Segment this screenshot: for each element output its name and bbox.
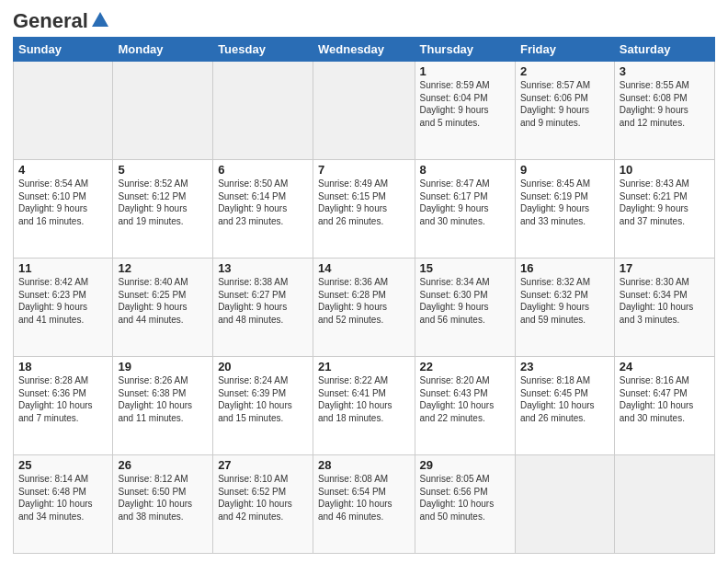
header-tuesday: Tuesday — [213, 38, 313, 62]
day-info: Sunrise: 8:45 AM Sunset: 6:19 PM Dayligh… — [520, 178, 609, 227]
calendar-cell: 12Sunrise: 8:40 AM Sunset: 6:25 PM Dayli… — [113, 259, 213, 357]
day-number: 21 — [318, 360, 410, 373]
calendar-cell: 23Sunrise: 8:18 AM Sunset: 6:45 PM Dayli… — [515, 357, 614, 455]
day-info: Sunrise: 8:34 AM Sunset: 6:30 PM Dayligh… — [420, 276, 510, 326]
day-number: 16 — [520, 261, 609, 275]
day-number: 12 — [118, 261, 208, 275]
day-number: 8 — [420, 163, 510, 177]
calendar-cell: 1Sunrise: 8:59 AM Sunset: 6:04 PM Daylig… — [415, 62, 515, 160]
calendar-table: Sunday Monday Tuesday Wednesday Thursday… — [13, 37, 715, 554]
day-info: Sunrise: 8:26 AM Sunset: 6:38 PM Dayligh… — [118, 374, 208, 424]
day-info: Sunrise: 8:59 AM Sunset: 6:04 PM Dayligh… — [420, 79, 510, 129]
day-number: 19 — [118, 360, 208, 373]
day-number: 6 — [218, 163, 308, 177]
day-info: Sunrise: 8:12 AM Sunset: 6:50 PM Dayligh… — [118, 473, 208, 523]
day-info: Sunrise: 8:16 AM Sunset: 6:47 PM Dayligh… — [620, 374, 710, 424]
calendar-cell — [213, 62, 313, 160]
calendar-cell: 14Sunrise: 8:36 AM Sunset: 6:28 PM Dayli… — [313, 259, 415, 357]
day-number: 3 — [620, 64, 710, 78]
calendar-cell: 7Sunrise: 8:49 AM Sunset: 6:15 PM Daylig… — [313, 160, 415, 259]
day-number: 28 — [318, 458, 410, 472]
day-info: Sunrise: 8:50 AM Sunset: 6:14 PM Dayligh… — [218, 178, 308, 227]
day-number: 24 — [620, 360, 710, 373]
day-number: 27 — [218, 458, 308, 472]
day-info: Sunrise: 8:22 AM Sunset: 6:41 PM Dayligh… — [318, 374, 410, 424]
header-thursday: Thursday — [415, 38, 515, 62]
day-number: 1 — [420, 64, 510, 78]
day-info: Sunrise: 8:30 AM Sunset: 6:34 PM Dayligh… — [620, 276, 710, 326]
day-number: 25 — [18, 458, 108, 472]
calendar-week-row: 25Sunrise: 8:14 AM Sunset: 6:48 PM Dayli… — [14, 455, 715, 554]
calendar-cell — [313, 62, 415, 160]
day-info: Sunrise: 8:57 AM Sunset: 6:06 PM Dayligh… — [520, 79, 609, 129]
calendar-cell: 18Sunrise: 8:28 AM Sunset: 6:36 PM Dayli… — [14, 357, 113, 455]
calendar-cell: 11Sunrise: 8:42 AM Sunset: 6:23 PM Dayli… — [14, 259, 113, 357]
page-header: General — [13, 9, 715, 29]
day-info: Sunrise: 8:18 AM Sunset: 6:45 PM Dayligh… — [520, 374, 609, 424]
day-info: Sunrise: 8:38 AM Sunset: 6:27 PM Dayligh… — [218, 276, 308, 326]
day-number: 10 — [620, 163, 710, 177]
calendar-cell: 10Sunrise: 8:43 AM Sunset: 6:21 PM Dayli… — [614, 160, 714, 259]
calendar-cell — [14, 62, 113, 160]
calendar-cell: 28Sunrise: 8:08 AM Sunset: 6:54 PM Dayli… — [313, 455, 415, 554]
calendar-cell: 27Sunrise: 8:10 AM Sunset: 6:52 PM Dayli… — [213, 455, 313, 554]
logo: General — [13, 9, 110, 29]
day-info: Sunrise: 8:43 AM Sunset: 6:21 PM Dayligh… — [620, 178, 710, 227]
day-number: 29 — [420, 458, 510, 472]
day-number: 11 — [18, 261, 108, 275]
header-saturday: Saturday — [614, 38, 714, 62]
day-info: Sunrise: 8:55 AM Sunset: 6:08 PM Dayligh… — [620, 79, 710, 129]
day-info: Sunrise: 8:49 AM Sunset: 6:15 PM Dayligh… — [318, 178, 410, 227]
day-number: 13 — [218, 261, 308, 275]
calendar-week-row: 11Sunrise: 8:42 AM Sunset: 6:23 PM Dayli… — [14, 259, 715, 357]
calendar-cell: 24Sunrise: 8:16 AM Sunset: 6:47 PM Dayli… — [614, 357, 714, 455]
day-info: Sunrise: 8:52 AM Sunset: 6:12 PM Dayligh… — [118, 178, 208, 227]
calendar-week-row: 4Sunrise: 8:54 AM Sunset: 6:10 PM Daylig… — [14, 160, 715, 259]
calendar-cell: 8Sunrise: 8:47 AM Sunset: 6:17 PM Daylig… — [415, 160, 515, 259]
calendar-cell: 22Sunrise: 8:20 AM Sunset: 6:43 PM Dayli… — [415, 357, 515, 455]
calendar-cell — [113, 62, 213, 160]
day-number: 4 — [18, 163, 108, 177]
day-number: 18 — [18, 360, 108, 373]
calendar-cell: 13Sunrise: 8:38 AM Sunset: 6:27 PM Dayli… — [213, 259, 313, 357]
calendar-cell: 20Sunrise: 8:24 AM Sunset: 6:39 PM Dayli… — [213, 357, 313, 455]
calendar-cell: 2Sunrise: 8:57 AM Sunset: 6:06 PM Daylig… — [515, 62, 614, 160]
calendar-cell — [614, 455, 714, 554]
day-number: 9 — [520, 163, 609, 177]
day-info: Sunrise: 8:24 AM Sunset: 6:39 PM Dayligh… — [218, 374, 308, 424]
day-number: 5 — [118, 163, 208, 177]
day-info: Sunrise: 8:10 AM Sunset: 6:52 PM Dayligh… — [218, 473, 308, 523]
calendar-cell — [515, 455, 614, 554]
day-info: Sunrise: 8:32 AM Sunset: 6:32 PM Dayligh… — [520, 276, 609, 326]
calendar-cell: 6Sunrise: 8:50 AM Sunset: 6:14 PM Daylig… — [213, 160, 313, 259]
day-number: 14 — [318, 261, 410, 275]
header-monday: Monday — [113, 38, 213, 62]
calendar-cell: 29Sunrise: 8:05 AM Sunset: 6:56 PM Dayli… — [415, 455, 515, 554]
day-info: Sunrise: 8:20 AM Sunset: 6:43 PM Dayligh… — [420, 374, 510, 424]
calendar-week-row: 18Sunrise: 8:28 AM Sunset: 6:36 PM Dayli… — [14, 357, 715, 455]
day-info: Sunrise: 8:28 AM Sunset: 6:36 PM Dayligh… — [18, 374, 108, 424]
day-info: Sunrise: 8:42 AM Sunset: 6:23 PM Dayligh… — [18, 276, 108, 326]
day-number: 26 — [118, 458, 208, 472]
calendar-cell: 25Sunrise: 8:14 AM Sunset: 6:48 PM Dayli… — [14, 455, 113, 554]
header-sunday: Sunday — [14, 38, 113, 62]
calendar-cell: 16Sunrise: 8:32 AM Sunset: 6:32 PM Dayli… — [515, 259, 614, 357]
header-wednesday: Wednesday — [313, 38, 415, 62]
day-info: Sunrise: 8:54 AM Sunset: 6:10 PM Dayligh… — [18, 178, 108, 227]
calendar-cell: 15Sunrise: 8:34 AM Sunset: 6:30 PM Dayli… — [415, 259, 515, 357]
svg-marker-0 — [92, 12, 108, 27]
calendar-cell: 26Sunrise: 8:12 AM Sunset: 6:50 PM Dayli… — [113, 455, 213, 554]
day-number: 20 — [218, 360, 308, 373]
day-number: 2 — [520, 64, 609, 78]
calendar-header-row: Sunday Monday Tuesday Wednesday Thursday… — [14, 38, 715, 62]
day-info: Sunrise: 8:14 AM Sunset: 6:48 PM Dayligh… — [18, 473, 108, 523]
calendar-cell: 21Sunrise: 8:22 AM Sunset: 6:41 PM Dayli… — [313, 357, 415, 455]
day-number: 7 — [318, 163, 410, 177]
header-friday: Friday — [515, 38, 614, 62]
calendar-cell: 19Sunrise: 8:26 AM Sunset: 6:38 PM Dayli… — [113, 357, 213, 455]
calendar-cell: 3Sunrise: 8:55 AM Sunset: 6:08 PM Daylig… — [614, 62, 714, 160]
calendar-cell: 17Sunrise: 8:30 AM Sunset: 6:34 PM Dayli… — [614, 259, 714, 357]
day-number: 23 — [520, 360, 609, 373]
day-info: Sunrise: 8:40 AM Sunset: 6:25 PM Dayligh… — [118, 276, 208, 326]
calendar-cell: 4Sunrise: 8:54 AM Sunset: 6:10 PM Daylig… — [14, 160, 113, 259]
